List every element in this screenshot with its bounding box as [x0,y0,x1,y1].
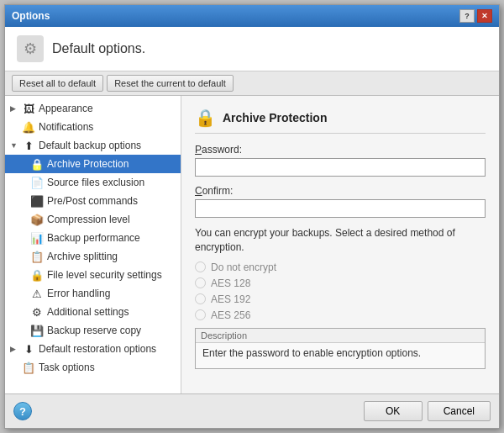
sidebar-item-label: Backup performance [47,232,140,244]
sidebar-item-label: Appearance [39,103,93,114]
radio-aes128[interactable]: AES 128 [195,277,486,289]
additional-settings-icon: ⚙ [30,305,44,319]
aes192-label: AES 192 [211,293,250,305]
aes128-label: AES 128 [211,277,250,289]
aes256-label: AES 256 [211,309,250,321]
main-content: ▶🖼Appearance🔔Notifications▼⬆Default back… [5,96,499,393]
archive-protection-icon: 🔒 [30,157,44,171]
sidebar-item-label: Archive splitting [47,251,118,262]
sidebar-item-label: Additional settings [47,306,129,318]
appearance-icon: 🖼 [22,102,35,115]
content-title-text: Archive Protection [223,111,327,124]
sidebar-item-label: Default restoration options [39,343,156,355]
sidebar-item-default-backup-options[interactable]: ▼⬆Default backup options [5,136,181,155]
expand-arrow-icon: ▼ [10,141,18,150]
ok-button[interactable]: OK [364,401,423,421]
backup-performance-icon: 📊 [30,231,44,245]
confirm-group: Confirm: [195,185,486,218]
sidebar-item-source-files-exclusion[interactable]: 📄Source files exclusion [5,173,181,192]
sidebar-item-backup-performance[interactable]: 📊Backup performance [5,229,181,247]
confirm-label: Confirm: [195,185,486,197]
sidebar-item-pre-post-commands[interactable]: ⬛Pre/Post commands [5,192,181,210]
sidebar: ▶🖼Appearance🔔Notifications▼⬆Default back… [5,96,181,393]
sidebar-item-label: Error handling [47,288,110,299]
encrypt-description: You can encrypt your backups. Select a d… [195,226,486,255]
sidebar-item-default-restoration[interactable]: ▶⬇Default restoration options [5,340,181,358]
aes128-radio[interactable] [195,277,206,288]
sidebar-item-additional-settings[interactable]: ⚙Additional settings [5,303,181,321]
compression-level-icon: 📦 [30,213,44,226]
password-label: Password: [195,144,486,156]
task-options-icon: 📋 [22,361,35,374]
aes192-radio[interactable] [195,293,206,304]
header-area: ⚙ Default options. [5,27,499,71]
content-area: 🔒 Archive Protection Password: Confirm: … [181,96,499,393]
bottom-right-buttons: OK Cancel [364,401,491,421]
no-encrypt-radio[interactable] [195,261,206,272]
default-restoration-icon: ⬇ [22,342,35,356]
sidebar-item-label: Task options [39,362,95,373]
title-bar-left: Options [12,10,50,22]
confirm-label-text: Confirm: [195,185,233,197]
sidebar-item-label: Pre/Post commands [47,195,138,207]
lock-icon: 🔒 [195,108,216,128]
file-level-security-icon: 🔒 [30,268,44,282]
description-box: Description Enter the password to enable… [195,328,486,369]
sidebar-item-label: File level security settings [47,269,162,281]
no-encrypt-label: Do not encrypt [211,261,276,273]
source-files-exclusion-icon: 📄 [30,176,44,189]
sidebar-item-compression-level[interactable]: 📦Compression level [5,210,181,229]
close-button[interactable]: ✕ [477,9,492,23]
description-header: Description [196,329,485,343]
sidebar-item-label: Archive Protection [47,158,129,170]
bottom-bar: ? OK Cancel [5,393,499,428]
sidebar-item-label: Source files exclusion [47,177,144,188]
confirm-input[interactable] [195,199,486,218]
radio-aes192[interactable]: AES 192 [195,293,486,305]
radio-aes256[interactable]: AES 256 [195,309,486,321]
content-title: 🔒 Archive Protection [195,108,486,134]
password-input[interactable] [195,158,486,177]
sidebar-item-label: Backup reserve copy [47,325,141,336]
pre-post-commands-icon: ⬛ [30,194,44,208]
gear-icon: ⚙ [24,40,37,58]
title-bar: Options ? ✕ [5,5,499,27]
sidebar-item-archive-protection[interactable]: 🔒Archive Protection [5,155,181,173]
title-bar-controls: ? ✕ [459,9,492,23]
error-handling-icon: ⚠ [30,287,44,300]
sidebar-item-file-level-security[interactable]: 🔒File level security settings [5,266,181,284]
default-backup-options-icon: ⬆ [22,139,35,152]
expand-arrow-icon: ▶ [10,345,18,353]
cancel-button[interactable]: Cancel [428,401,491,421]
sidebar-item-label: Notifications [39,121,93,133]
notifications-icon: 🔔 [22,120,35,134]
sidebar-item-task-options[interactable]: 📋Task options [5,358,181,377]
password-group: Password: [195,144,486,177]
toolbar: Reset all to default Reset the current t… [5,71,499,96]
sidebar-item-error-handling[interactable]: ⚠Error handling [5,284,181,303]
description-content: Enter the password to enable encryption … [196,343,485,368]
aes256-radio[interactable] [195,309,206,320]
password-label-text: Password: [195,144,242,156]
header-icon: ⚙ [17,35,44,62]
sidebar-item-label: Compression level [47,214,130,225]
header-title: Default options. [52,41,145,56]
reset-all-button[interactable]: Reset all to default [12,75,103,92]
backup-reserve-copy-icon: 💾 [30,324,44,337]
sidebar-item-label: Default backup options [39,140,141,151]
help-titlebar-button[interactable]: ? [459,9,475,23]
help-button[interactable]: ? [13,402,32,420]
expand-arrow-icon: ▶ [10,104,18,113]
encryption-options: Do not encrypt AES 128 AES 192 AES 256 [195,261,486,321]
options-dialog: Options ? ✕ ⚙ Default options. Reset all… [4,4,500,429]
dialog-title: Options [12,10,50,22]
sidebar-item-notifications[interactable]: 🔔Notifications [5,118,181,136]
sidebar-item-archive-splitting[interactable]: 📋Archive splitting [5,247,181,266]
sidebar-item-appearance[interactable]: ▶🖼Appearance [5,99,181,118]
archive-splitting-icon: 📋 [30,250,44,263]
sidebar-item-backup-reserve-copy[interactable]: 💾Backup reserve copy [5,321,181,340]
radio-no-encrypt[interactable]: Do not encrypt [195,261,486,273]
reset-current-button[interactable]: Reset the current to default [107,75,234,92]
